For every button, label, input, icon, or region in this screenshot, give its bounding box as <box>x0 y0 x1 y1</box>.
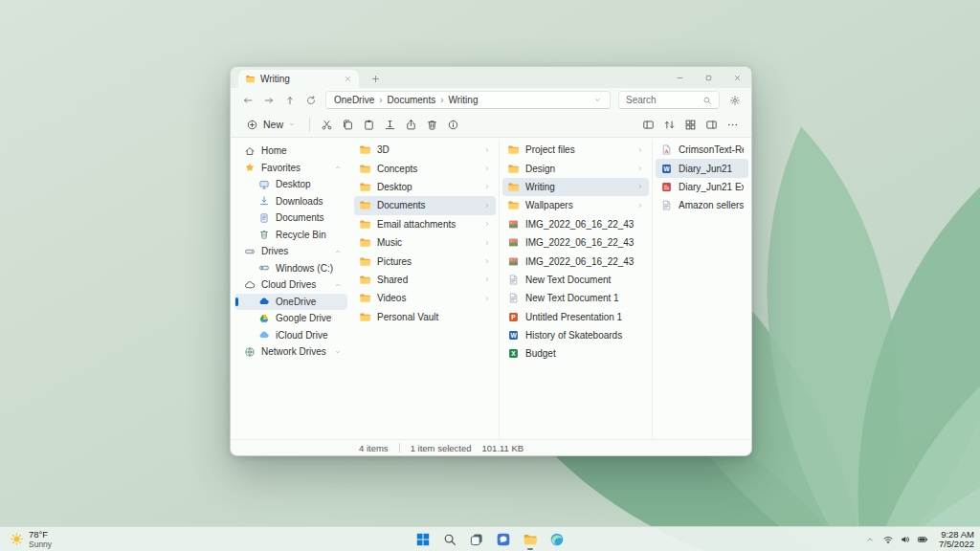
status-divider <box>399 443 400 452</box>
chevron-up-icon[interactable] <box>334 248 342 255</box>
file-item-diary-jun21[interactable]: WDiary_Jun21 <box>656 159 748 177</box>
wifi-icon[interactable] <box>882 534 894 545</box>
file-item-music[interactable]: Music <box>354 233 496 252</box>
breadcrumb[interactable]: OneDrive›Documents›Writing <box>325 91 611 109</box>
file-item-personal-vault[interactable]: Personal Vault <box>354 308 496 326</box>
file-item-wallpapers[interactable]: Wallpapers <box>502 196 649 214</box>
taskbar-edge-button[interactable] <box>546 528 568 551</box>
clock[interactable]: 9:28 AM 7/5/2022 <box>939 530 974 549</box>
cut-button[interactable] <box>317 115 337 135</box>
panes-button[interactable] <box>638 115 658 135</box>
sidebar-item-cloud-drives[interactable]: Cloud Drives <box>234 276 347 294</box>
file-item-history-of-skateboards[interactable]: WHistory of Skateboards <box>502 326 649 344</box>
chevron-up-icon[interactable] <box>334 164 342 171</box>
folder-icon <box>507 163 520 175</box>
system-tray: 9:28 AM 7/5/2022 <box>865 527 974 551</box>
file-item-diary-jun21-exported[interactable]: Diary_Jun21 Exported <box>656 178 748 196</box>
copy-button[interactable] <box>338 115 358 135</box>
sidebar-item-icloud-drive[interactable]: iCloud Drive <box>234 327 347 344</box>
breadcrumb-documents[interactable]: Documents <box>388 95 436 105</box>
file-item-concepts[interactable]: Concepts <box>354 159 496 177</box>
sidebar-item-desktop[interactable]: Desktop <box>234 176 347 193</box>
minimize-icon <box>676 74 684 82</box>
taskbar-taskview-button[interactable] <box>465 528 488 551</box>
toolbar-left-icons <box>317 115 463 135</box>
sidebar-item-label: Home <box>261 145 342 156</box>
sidebar-item-network-drives[interactable]: Network Drives <box>234 343 347 361</box>
tab-writing[interactable]: Writing <box>238 70 359 88</box>
refresh-button[interactable] <box>301 91 320 109</box>
taskbar-search-button[interactable] <box>438 528 461 551</box>
settings-button[interactable] <box>725 91 744 109</box>
file-item-pictures[interactable]: Pictures <box>354 252 496 270</box>
chevron-up-icon[interactable] <box>334 281 342 289</box>
forward-button[interactable] <box>259 91 278 109</box>
file-item-shared[interactable]: Shared <box>354 271 496 289</box>
minimize-button[interactable] <box>665 67 694 88</box>
file-item-img-2022-06-16-22-43[interactable]: IMG_2022_06_16_22_43 <box>502 215 649 233</box>
file-item-writing[interactable]: Writing <box>502 178 649 196</box>
volume-icon[interactable] <box>900 534 911 545</box>
paste-button[interactable] <box>359 115 379 135</box>
taskbar-chat-button[interactable] <box>492 528 515 551</box>
drive-icon <box>244 246 256 257</box>
properties-button[interactable] <box>443 115 463 135</box>
file-item-label: 3D <box>377 144 478 155</box>
back-button[interactable] <box>238 91 256 109</box>
text-icon <box>507 292 520 304</box>
file-item-amazon-sellers-newsl[interactable]: Amazon sellers newsl <box>656 196 748 214</box>
file-item-crimsontext-regular[interactable]: ACrimsonText-Regular <box>656 141 748 159</box>
titlebar[interactable]: Writing <box>231 67 751 88</box>
sidebar-item-windows-c[interactable]: Windows (C:) <box>234 260 347 277</box>
address-dropdown-icon[interactable] <box>593 96 602 104</box>
sidebar-item-recycle-bin[interactable]: Recycle Bin <box>234 227 347 244</box>
search-input[interactable] <box>626 95 699 105</box>
battery-icon[interactable] <box>917 534 928 545</box>
sidebar-item-drives[interactable]: Drives <box>234 243 347 260</box>
tab-close-icon[interactable] <box>344 75 352 83</box>
tray-overflow-button[interactable] <box>865 535 875 544</box>
file-item-img-2022-06-16-22-43[interactable]: IMG_2022_06_16_22_43 <box>502 252 649 270</box>
file-item-project-files[interactable]: Project files <box>502 141 649 159</box>
file-item-email-attachments[interactable]: Email attachments <box>354 215 496 233</box>
chevron-down-icon[interactable] <box>334 348 342 356</box>
share-button[interactable] <box>401 115 421 135</box>
file-item-documents[interactable]: Documents <box>354 196 496 214</box>
more-button[interactable] <box>723 115 743 135</box>
sidebar-item-downloads[interactable]: Downloads <box>234 193 347 210</box>
weather-widget[interactable]: 78°F Sunny <box>3 527 58 551</box>
file-item-untitled-presentation-1[interactable]: PUntitled Presentation 1 <box>502 308 649 326</box>
details-button[interactable] <box>702 115 722 135</box>
folder-icon <box>359 255 371 268</box>
file-item-img-2022-06-16-22-43[interactable]: IMG_2022_06_16_22_43 <box>502 233 649 252</box>
desktop-icon <box>258 179 270 190</box>
close-button[interactable] <box>723 67 751 88</box>
sidebar-item-google-drive[interactable]: Google Drive <box>234 310 347 327</box>
file-item-desktop[interactable]: Desktop <box>354 178 496 196</box>
file-item-new-text-document-1[interactable]: New Text Document 1 <box>502 289 649 307</box>
file-item-budget[interactable]: XBudget <box>502 344 649 363</box>
toolbar-divider <box>309 118 310 132</box>
up-button[interactable] <box>280 91 299 109</box>
taskbar-explorer-button[interactable] <box>519 528 542 551</box>
file-item-new-text-document[interactable]: New Text Document <box>502 271 649 289</box>
taskbar-start-button[interactable] <box>412 528 434 551</box>
delete-button[interactable] <box>422 115 442 135</box>
sidebar-item-favorites[interactable]: Favorites <box>234 160 347 177</box>
sidebar-item-onedrive[interactable]: OneDrive <box>234 294 347 311</box>
new-tab-button[interactable] <box>370 74 381 84</box>
breadcrumb-onedrive[interactable]: OneDrive <box>334 95 374 105</box>
file-item-design[interactable]: Design <box>502 159 649 177</box>
sort-button[interactable] <box>659 115 679 135</box>
view-button[interactable] <box>680 115 701 135</box>
file-item-videos[interactable]: Videos <box>354 289 496 307</box>
sidebar-item-home[interactable]: Home <box>234 143 347 160</box>
breadcrumb-writing[interactable]: Writing <box>449 95 479 105</box>
rename-button[interactable] <box>380 115 400 135</box>
properties-icon <box>447 119 459 131</box>
new-button[interactable]: New <box>239 116 302 134</box>
search-box[interactable] <box>618 91 720 109</box>
file-item-3d[interactable]: 3D <box>354 141 496 159</box>
sidebar-item-documents[interactable]: Documents <box>234 209 347 227</box>
maximize-button[interactable] <box>694 67 723 88</box>
